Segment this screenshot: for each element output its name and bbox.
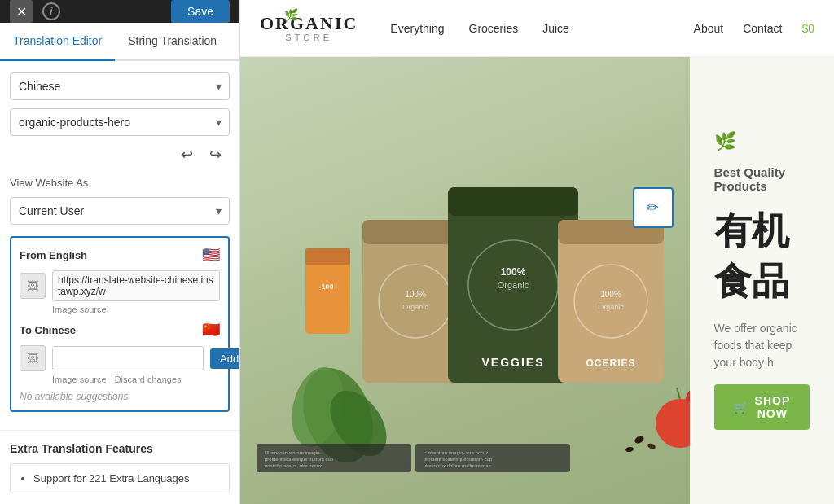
svg-rect-1 <box>305 248 350 265</box>
svg-text:nostrd placerot, vire occux: nostrd placerot, vire occux <box>265 463 322 468</box>
nav-link-everything[interactable]: Everything <box>390 22 444 35</box>
logo-organic: ORGANIC <box>260 15 358 33</box>
discard-changes-link[interactable]: Discard changes <box>115 375 182 384</box>
svg-text:VEGGIES: VEGGIES <box>481 356 544 369</box>
svg-text:Organic: Organic <box>402 303 428 311</box>
tab-string-translation[interactable]: String Translation <box>115 23 230 61</box>
translation-box: From English 🇺🇸 🖼 https://translate-webs… <box>10 236 230 412</box>
language-select-wrap: Chinese Spanish French <box>10 72 230 100</box>
svg-text:Organic: Organic <box>498 280 529 290</box>
template-select[interactable]: organic-products-hero home-page <box>10 108 230 136</box>
extra-features-card: Support for 221 Extra Languages <box>10 463 230 493</box>
extra-features-title: Extra Translation Features <box>10 442 230 455</box>
shop-now-button[interactable]: 🛒 SHOP NOW <box>714 384 810 430</box>
next-arrow-button[interactable]: ↪ <box>204 144 226 165</box>
svg-point-30 <box>626 446 634 453</box>
tab-bar: Translation Editor String Translation <box>0 23 239 61</box>
leaf-decoration-icon: 🌿 <box>714 131 810 152</box>
nav-right: About Contact $0 <box>694 22 814 35</box>
nav-link-about[interactable]: About <box>694 22 724 35</box>
hero-description: We offer organic foods that keep your bo… <box>714 320 810 371</box>
template-select-wrap: organic-products-hero home-page <box>10 108 230 136</box>
extra-feature-item: Support for 221 Extra Languages <box>33 472 219 484</box>
target-input[interactable] <box>52 346 204 370</box>
left-panel: ✕ i Save Translation Editor String Trans… <box>0 0 240 504</box>
panel-body: Chinese Spanish French organic-products-… <box>0 61 239 423</box>
svg-point-24 <box>656 399 690 448</box>
hero-image-area: 100 100% Organic 100% Organic VEGGIES 10… <box>240 57 690 504</box>
target-row: 🖼 Add Media <box>20 345 220 371</box>
close-button[interactable]: ✕ <box>10 0 33 23</box>
from-english-header: From English 🇺🇸 <box>20 246 220 264</box>
extra-features-section: Extra Translation Features Support for 2… <box>0 430 239 504</box>
pencil-icon: ✏ <box>647 199 659 217</box>
info-icon[interactable]: i <box>42 2 60 20</box>
target-image-placeholder: 🖼 <box>20 345 46 371</box>
hero-section: 100 100% Organic 100% Organic VEGGIES 10… <box>240 57 834 504</box>
svg-text:100: 100 <box>321 283 333 291</box>
add-media-button[interactable]: Add Media <box>210 348 240 369</box>
english-flag: 🇺🇸 <box>202 246 220 264</box>
hero-text-area: 🌿 Best Quality Products 有机食品 We offer or… <box>690 57 834 504</box>
svg-point-28 <box>634 435 645 445</box>
no-suggestions: No available suggestions <box>20 391 220 402</box>
to-chinese-label: To Chinese <box>20 324 76 336</box>
svg-text:100%: 100% <box>600 290 621 299</box>
hero-subtitle: Best Quality Products <box>714 165 810 193</box>
nav-arrows: ↩ ↪ <box>10 144 230 165</box>
svg-text:proident scalereque nuttom cup: proident scalereque nuttom cup <box>424 457 493 462</box>
svg-text:Organic: Organic <box>598 303 624 311</box>
svg-point-29 <box>647 442 656 449</box>
view-website-as-label: View Website As <box>10 177 230 189</box>
panel-header: ✕ i Save <box>0 0 239 23</box>
target-image-source-label: Image source <box>52 375 107 384</box>
nav-price: $0 <box>801 22 814 35</box>
svg-text:vire occux dolore mallnum mas.: vire occux dolore mallnum mas. <box>424 463 493 468</box>
svg-text:100%: 100% <box>501 266 526 278</box>
cart-icon: 🛒 <box>734 401 748 414</box>
target-actions: Image source Discard changes <box>52 375 220 384</box>
shop-now-label: SHOP NOW <box>755 394 790 420</box>
edit-overlay-button[interactable]: ✏ <box>633 187 674 228</box>
nav-link-contact[interactable]: Contact <box>743 22 782 35</box>
to-chinese-header: To Chinese 🇨🇳 <box>20 321 220 339</box>
tab-translation-editor[interactable]: Translation Editor <box>0 23 115 61</box>
svg-rect-9 <box>448 187 578 216</box>
user-select-wrap: Current User Administrator <box>10 197 230 225</box>
site-logo: 🌿 ORGANIC STORE <box>260 15 358 42</box>
svg-text:OCERIES: OCERIES <box>586 357 635 369</box>
nav-links: Everything Groceries Juice <box>390 22 693 35</box>
nav-link-juice[interactable]: Juice <box>542 22 569 35</box>
user-select[interactable]: Current User Administrator <box>10 197 230 225</box>
source-url: https://translate-website-chinese.instaw… <box>52 270 220 301</box>
hero-title-chinese: 有机食品 <box>714 206 810 307</box>
site-nav: 🌿 ORGANIC STORE Everything Groceries Jui… <box>240 0 834 57</box>
svg-line-27 <box>677 388 680 399</box>
logo-text: ORGANIC STORE <box>260 15 358 42</box>
image-source-label: Image source <box>52 305 220 314</box>
svg-text:100%: 100% <box>405 290 426 299</box>
right-panel: 🌿 ORGANIC STORE Everything Groceries Jui… <box>240 0 834 504</box>
svg-text:c inventore imagin- vire occux: c inventore imagin- vire occux <box>424 450 488 455</box>
source-row: 🖼 https://translate-website-chinese.inst… <box>20 270 220 301</box>
prev-arrow-button[interactable]: ↩ <box>176 144 198 165</box>
save-button[interactable]: Save <box>171 0 230 23</box>
svg-text:proident scalereque nuttom cup: proident scalereque nuttom cup <box>265 457 334 462</box>
hero-products-svg: 100 100% Organic 100% Organic VEGGIES 10… <box>240 90 690 480</box>
source-image-placeholder: 🖼 <box>20 273 46 299</box>
from-english-label: From English <box>20 249 87 261</box>
language-select[interactable]: Chinese Spanish French <box>10 72 230 100</box>
svg-text:Ullamco inventore imagin-: Ullamco inventore imagin- <box>265 450 321 455</box>
chinese-flag: 🇨🇳 <box>202 321 220 339</box>
logo-store: STORE <box>285 33 332 42</box>
nav-link-groceries[interactable]: Groceries <box>469 22 519 35</box>
